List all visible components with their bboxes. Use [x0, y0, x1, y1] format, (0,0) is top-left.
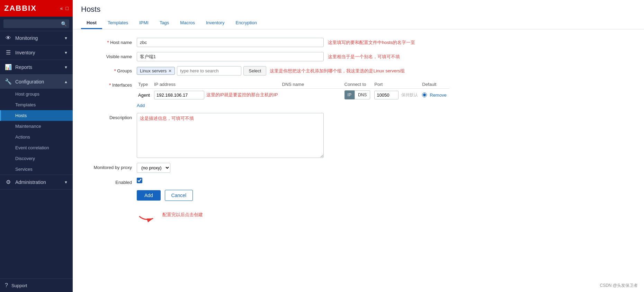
sidebar-item-event-correlation[interactable]: Event correlation: [0, 142, 73, 153]
proxy-select[interactable]: (no proxy): [137, 163, 170, 173]
tab-encryption[interactable]: Encryption: [230, 17, 262, 29]
expand-icon[interactable]: □: [66, 6, 69, 11]
proxy-row: Monitored by proxy (no proxy): [83, 163, 634, 173]
sidebar-item-hosts[interactable]: Hosts: [0, 110, 73, 121]
sidebar: ZABBIX « □ 🔍 👁 Monitoring ▼ ☰ Inventory …: [0, 0, 73, 292]
eye-icon: 👁: [5, 35, 12, 41]
nav-section-administration: ⚙ Administration ▼: [0, 175, 73, 189]
sidebar-item-templates[interactable]: Templates: [0, 99, 73, 110]
groups-select-button[interactable]: Select: [243, 66, 266, 76]
search-icon: 🔍: [61, 21, 67, 27]
nav-section-monitoring: 👁 Monitoring ▼: [0, 31, 73, 45]
tab-host[interactable]: Host: [81, 17, 102, 29]
ip-cell: 这里的IP就是要监控的那台主机的IP: [153, 89, 281, 101]
sidebar-item-discovery[interactable]: Discovery: [0, 153, 73, 164]
visible-name-input[interactable]: [137, 52, 324, 61]
page-title: Hosts: [81, 5, 636, 14]
description-textarea[interactable]: [137, 113, 324, 158]
sidebar-sub-templates-label: Templates: [15, 102, 36, 107]
groups-tags-row: Linux servers ✕ Select 这里是你想把这个主机添加到哪个组，…: [137, 66, 405, 76]
sidebar-item-host-groups[interactable]: Host groups: [0, 89, 73, 99]
groups-input-area: Linux servers ✕ Select 这里是你想把这个主机添加到哪个组，…: [137, 66, 405, 76]
logo-icons: « □: [60, 6, 69, 11]
groups-search-input[interactable]: [177, 66, 241, 76]
chevron-down-icon: ▼: [64, 65, 68, 69]
interfaces-row: Interfaces Type IP address DNS name Conn…: [83, 80, 634, 108]
default-radio[interactable]: [422, 92, 427, 97]
list-icon: ☰: [5, 49, 12, 56]
port-input[interactable]: [374, 91, 399, 99]
tab-ipmi[interactable]: IPMI: [134, 17, 154, 29]
cancel-button[interactable]: Cancel: [165, 190, 193, 201]
sidebar-item-support[interactable]: ? Support: [5, 282, 68, 289]
visible-name-label: Visible name: [83, 52, 137, 59]
sidebar-item-monitoring[interactable]: 👁 Monitoring ▼: [0, 31, 73, 45]
interfaces-label: Interfaces: [83, 80, 137, 88]
dns-button[interactable]: DNS: [355, 90, 370, 99]
add-interface-link[interactable]: Add: [137, 103, 145, 108]
col-port: Port: [373, 80, 421, 89]
sidebar-item-configuration-label: Configuration: [15, 79, 44, 85]
remove-button[interactable]: Remove: [430, 92, 446, 98]
agent-type-cell: Agent: [137, 89, 153, 101]
host-name-row: Host name 这里填写的要和配置文件中hosts的名字一至: [83, 38, 634, 47]
sidebar-item-reports[interactable]: 📊 Reports ▼: [0, 60, 73, 74]
visible-name-input-wrap: 这里相当于是一个别名，可填可不填: [137, 52, 400, 61]
sidebar-item-configuration[interactable]: 🔧 Configuration ▲: [0, 74, 73, 89]
enabled-label: Enabled: [83, 178, 137, 185]
search-wrap: 🔍: [3, 19, 69, 28]
sidebar-sub-event-correlation-label: Event correlation: [15, 145, 49, 150]
groups-label: Groups: [83, 66, 137, 73]
groups-row: Groups Linux servers ✕ Select 这里是你想把这个主机…: [83, 66, 634, 76]
arrow-icon: [135, 204, 159, 225]
add-host-button[interactable]: Add: [137, 190, 161, 201]
tab-templates[interactable]: Templates: [102, 17, 134, 29]
groups-note: 这里是你想把这个主机添加到哪个组，我这里选的是Linux servers组: [270, 68, 404, 74]
sidebar-sub-hosts-label: Hosts: [15, 113, 27, 118]
logo-text: ZABBIX: [4, 4, 37, 13]
nav-section-configuration: 🔧 Configuration ▲ Host groups Templates …: [0, 74, 73, 175]
interface-agent-row: Agent 这里的IP就是要监控的那台主机的IP IP: [137, 89, 449, 101]
chevron-down-icon: ▼: [64, 180, 68, 184]
sidebar-item-inventory[interactable]: ☰ Inventory ▼: [0, 45, 73, 60]
chevron-down-icon: ▼: [64, 36, 68, 40]
support-icon: ?: [5, 282, 8, 289]
collapse-icon[interactable]: «: [60, 6, 63, 11]
enabled-row: Enabled: [83, 178, 634, 185]
dns-cell: [281, 89, 343, 101]
sidebar-item-monitoring-label: Monitoring: [15, 35, 38, 41]
visible-name-row: Visible name 这里相当于是一个别名，可填可不填: [83, 52, 634, 61]
sidebar-item-actions[interactable]: Actions: [0, 132, 73, 142]
tab-macros[interactable]: Macros: [175, 17, 200, 29]
host-name-input[interactable]: [137, 38, 324, 47]
gear-icon: ⚙: [5, 179, 12, 185]
search-input[interactable]: [3, 19, 69, 28]
support-label: Support: [11, 283, 27, 288]
host-name-input-wrap: 这里填写的要和配置文件中hosts的名字一至: [137, 38, 415, 47]
sidebar-item-services[interactable]: Services: [0, 164, 73, 175]
description-label: Description: [83, 113, 137, 120]
sidebar-sub-host-groups-label: Host groups: [15, 91, 39, 97]
buttons-row: Add Cancel: [83, 190, 634, 201]
enabled-checkbox[interactable]: [137, 178, 142, 183]
col-connect: Connect to: [343, 80, 373, 89]
ip-button[interactable]: IP: [345, 90, 355, 99]
group-tag-remove[interactable]: ✕: [168, 69, 172, 73]
buttons-spacer: [83, 190, 137, 192]
col-type: Type: [137, 80, 153, 89]
chart-icon: 📊: [5, 64, 12, 70]
ip-input[interactable]: [154, 91, 204, 99]
sidebar-item-administration-label: Administration: [15, 179, 46, 185]
nav-section-reports: 📊 Reports ▼: [0, 60, 73, 74]
host-name-note: 这里填写的要和配置文件中hosts的名字一至: [328, 39, 415, 46]
sidebar-item-maintenance[interactable]: Maintenance: [0, 121, 73, 132]
tab-inventory[interactable]: Inventory: [200, 17, 230, 29]
sidebar-item-administration[interactable]: ⚙ Administration ▼: [0, 175, 73, 189]
bottom-note: 配置完以后点击创建: [162, 212, 203, 218]
sidebar-sub-maintenance-label: Maintenance: [15, 124, 41, 129]
host-name-label: Host name: [83, 38, 137, 45]
col-default: Default: [421, 80, 449, 89]
tab-tags[interactable]: Tags: [154, 17, 175, 29]
watermark: CSDN @头发保卫者: [600, 283, 638, 289]
connect-to-cell: IP DNS: [343, 89, 373, 101]
